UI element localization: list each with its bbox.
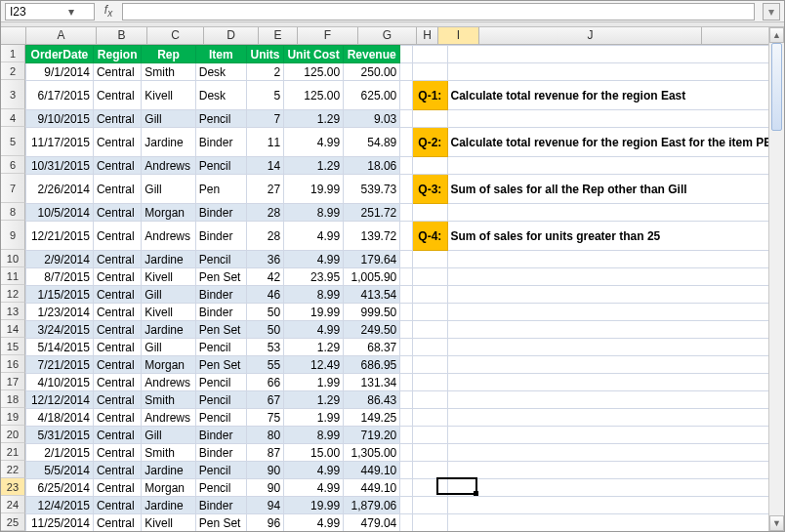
cell[interactable]: 12/21/2015 bbox=[25, 222, 93, 251]
cell[interactable]: Binder bbox=[195, 128, 246, 157]
cell[interactable]: Desk bbox=[195, 63, 246, 81]
col-header-I[interactable]: I bbox=[438, 27, 479, 44]
cell[interactable]: Andrews bbox=[142, 157, 195, 175]
table-header-cell[interactable]: Region bbox=[93, 46, 141, 63]
scroll-track[interactable] bbox=[769, 43, 784, 515]
cell[interactable] bbox=[413, 356, 447, 374]
question-badge[interactable]: Q-1: bbox=[413, 81, 447, 110]
cell[interactable]: 479.04 bbox=[344, 514, 400, 532]
col-header-F[interactable]: F bbox=[298, 27, 358, 44]
cell[interactable]: Central bbox=[93, 63, 141, 81]
cell[interactable] bbox=[400, 497, 413, 514]
cell[interactable] bbox=[413, 286, 447, 304]
cell[interactable]: Central bbox=[93, 110, 141, 128]
col-header-H[interactable]: H bbox=[417, 27, 438, 44]
cell[interactable]: Morgan bbox=[142, 479, 195, 497]
cell[interactable] bbox=[413, 304, 447, 321]
cell[interactable]: 54.89 bbox=[344, 128, 400, 157]
cell[interactable]: 8.99 bbox=[284, 204, 344, 222]
cell[interactable] bbox=[400, 391, 413, 409]
cell[interactable]: Gill bbox=[142, 339, 195, 356]
name-box-dropdown-icon[interactable]: ▾ bbox=[64, 5, 78, 19]
cell[interactable]: 50 bbox=[246, 321, 283, 339]
cells-area[interactable]: OrderDateRegionRepItemUnitsUnit CostReve… bbox=[25, 45, 784, 532]
cell[interactable]: 1.99 bbox=[284, 409, 344, 427]
cell[interactable]: 19.99 bbox=[284, 497, 344, 514]
cell[interactable]: 139.72 bbox=[344, 222, 400, 251]
cell[interactable]: Central bbox=[93, 462, 141, 479]
row-header[interactable]: 15 bbox=[1, 338, 25, 355]
cell[interactable]: 125.00 bbox=[284, 81, 344, 110]
cell[interactable]: 11 bbox=[246, 128, 283, 157]
cell[interactable]: 4.99 bbox=[284, 462, 344, 479]
table-header-cell[interactable]: Revenue bbox=[344, 46, 400, 63]
cell[interactable]: Central bbox=[93, 175, 141, 204]
cell[interactable] bbox=[413, 157, 447, 175]
table-header-cell[interactable]: Unit Cost bbox=[284, 46, 344, 63]
cell[interactable]: 4.99 bbox=[284, 222, 344, 251]
cell[interactable]: 1,879.06 bbox=[344, 497, 400, 514]
cell[interactable]: 18.06 bbox=[344, 157, 400, 175]
cell[interactable]: 7 bbox=[246, 110, 283, 128]
cell[interactable] bbox=[413, 374, 447, 391]
cell[interactable]: Pencil bbox=[195, 339, 246, 356]
table-header-cell[interactable]: Rep bbox=[142, 46, 195, 63]
cell[interactable]: 449.10 bbox=[344, 462, 400, 479]
cell[interactable]: 4.99 bbox=[284, 321, 344, 339]
row-header[interactable]: 9 bbox=[1, 221, 25, 250]
cell[interactable]: 5/31/2015 bbox=[25, 427, 93, 444]
cell[interactable]: Binder bbox=[195, 204, 246, 222]
cell[interactable] bbox=[400, 251, 413, 268]
cell[interactable]: 250.00 bbox=[344, 63, 400, 81]
cell[interactable]: Pencil bbox=[195, 157, 246, 175]
cell[interactable] bbox=[413, 110, 447, 128]
cell[interactable] bbox=[413, 514, 447, 532]
cell[interactable]: 86.43 bbox=[344, 391, 400, 409]
cell[interactable]: 125.00 bbox=[284, 63, 344, 81]
cell[interactable]: 6/25/2014 bbox=[25, 479, 93, 497]
cell[interactable] bbox=[447, 157, 783, 175]
cell[interactable]: Central bbox=[93, 374, 141, 391]
cell[interactable]: 96 bbox=[246, 514, 283, 532]
cell[interactable]: Central bbox=[93, 497, 141, 514]
cell[interactable]: Pencil bbox=[195, 462, 246, 479]
cell[interactable]: 179.64 bbox=[344, 251, 400, 268]
question-text[interactable]: Sum of sales for units greater than 25 bbox=[447, 222, 783, 251]
cell[interactable]: Pencil bbox=[195, 110, 246, 128]
formula-expand-icon[interactable]: ▾ bbox=[763, 3, 780, 20]
row-header[interactable]: 19 bbox=[1, 408, 25, 426]
cell[interactable] bbox=[400, 479, 413, 497]
cell[interactable] bbox=[447, 268, 783, 286]
cell[interactable] bbox=[447, 391, 783, 409]
cell[interactable] bbox=[400, 514, 413, 532]
cell[interactable]: Binder bbox=[195, 497, 246, 514]
cell[interactable]: 15.00 bbox=[284, 444, 344, 462]
cell[interactable]: 5/5/2014 bbox=[25, 462, 93, 479]
cell[interactable]: Central bbox=[93, 427, 141, 444]
cell[interactable]: Binder bbox=[195, 286, 246, 304]
row-header[interactable]: 12 bbox=[1, 285, 25, 303]
cell[interactable]: Jardine bbox=[142, 321, 195, 339]
row-header[interactable]: 6 bbox=[1, 156, 25, 174]
name-box[interactable]: ▾ bbox=[5, 3, 95, 20]
cell[interactable]: Central bbox=[93, 204, 141, 222]
cell[interactable]: 14 bbox=[246, 157, 283, 175]
table-header-cell[interactable]: Units bbox=[246, 46, 283, 63]
cell[interactable]: 2 bbox=[246, 63, 283, 81]
cell[interactable] bbox=[400, 63, 413, 81]
row-header[interactable]: 23 bbox=[1, 478, 25, 496]
cell[interactable]: 94 bbox=[246, 497, 283, 514]
question-text[interactable]: Calculate total revenue for the region E… bbox=[447, 128, 783, 157]
cell[interactable]: 4.99 bbox=[284, 514, 344, 532]
row-header[interactable]: 14 bbox=[1, 320, 25, 338]
cell[interactable]: Central bbox=[93, 304, 141, 321]
cell[interactable]: 4.99 bbox=[284, 251, 344, 268]
cell[interactable]: 23.95 bbox=[284, 268, 344, 286]
cell[interactable]: 1,305.00 bbox=[344, 444, 400, 462]
row-header[interactable]: 16 bbox=[1, 355, 25, 373]
cell[interactable] bbox=[413, 391, 447, 409]
cell[interactable]: Jardine bbox=[142, 497, 195, 514]
cell[interactable]: Morgan bbox=[142, 356, 195, 374]
cell[interactable]: Desk bbox=[195, 81, 246, 110]
cell[interactable]: 8.99 bbox=[284, 286, 344, 304]
